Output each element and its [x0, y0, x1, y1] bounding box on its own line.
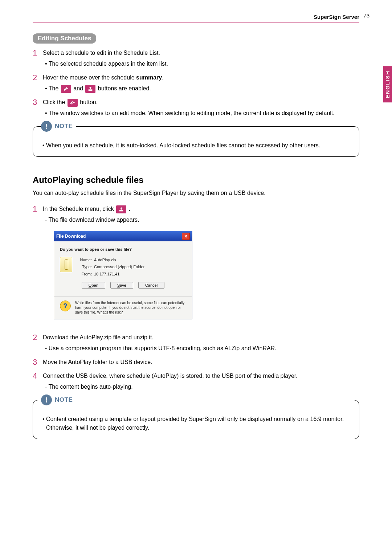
step-text: In the Schedule menu, click . [43, 206, 130, 212]
step-bullet: The and buttons are enabled. [50, 84, 359, 93]
note-label: NOTE [55, 395, 73, 405]
step-text: Download the AutoPlay.zip file and unzip… [43, 334, 154, 340]
step-text: Click the button. [43, 99, 98, 105]
file-details: Name:AutoPlay.zip Type:Compressed (zippe… [77, 257, 144, 277]
section-title-editing: Editing Schedules [33, 33, 96, 44]
step-bullet: The window switches to an edit mode. Whe… [50, 109, 359, 118]
dialog-title: File Download [56, 233, 86, 240]
export-icon [116, 205, 126, 213]
risk-link[interactable]: What's the risk? [97, 310, 123, 314]
step-bullet: The selected schedule appears in the ite… [50, 60, 359, 68]
note-label: NOTE [55, 122, 73, 131]
page-number: 73 [363, 12, 369, 19]
close-icon[interactable]: × [182, 233, 190, 240]
warning-icon: ? [60, 301, 71, 311]
step-number: 3 [33, 98, 41, 107]
step-number: 2 [33, 73, 41, 82]
step-number: 4 [33, 372, 41, 380]
step-dash: Use a compression program that supports … [50, 344, 359, 353]
step-dash: The content begins auto-playing. [50, 383, 359, 391]
dialog-warning-text: While files from the Internet can be use… [75, 301, 186, 315]
step-text: Hover the mouse over the schedule summar… [43, 74, 164, 81]
autoplay-steps: 1 In the Schedule menu, click . The file… [33, 205, 359, 391]
open-button[interactable]: Open [82, 282, 105, 289]
step-number: 1 [33, 49, 41, 57]
editing-steps: 1 Select a schedule to edit in the Sched… [33, 49, 359, 118]
cancel-button[interactable]: Cancel [138, 282, 164, 289]
save-button[interactable]: Save [110, 282, 133, 289]
note-icon: ! [41, 394, 52, 405]
export-icon [85, 85, 95, 93]
page-content: SuperSign Server 73 Editing Schedules 1 … [0, 0, 392, 475]
note-box: ! NOTE When you edit a schedule, it is a… [33, 126, 359, 157]
step-dash: The file download window appears. [50, 216, 359, 224]
svg-rect-0 [89, 89, 93, 91]
edit-icon [61, 85, 71, 93]
zip-file-icon [60, 257, 72, 272]
file-download-dialog: File Download × Do you want to open or s… [54, 231, 192, 319]
section-title-autoplay: AutoPlaying schedule files [33, 175, 359, 185]
note-icon: ! [41, 121, 52, 132]
step-number: 2 [33, 333, 41, 342]
autoplay-intro: You can auto-play schedule files in the … [33, 189, 359, 197]
dialog-question: Do you want to open or save this file? [60, 246, 186, 253]
step-text: Move the AutoPlay folder to a USB device… [43, 359, 152, 365]
note-box: ! NOTE Content created using a template … [33, 400, 359, 439]
step-text: Connect the USB device, where schedule (… [43, 373, 298, 379]
note-text: Content created using a template or layo… [41, 415, 351, 432]
edit-icon [68, 99, 78, 107]
step-number: 1 [33, 205, 41, 213]
step-number: 3 [33, 358, 41, 367]
note-text: When you edit a schedule, it is auto-loc… [41, 141, 351, 150]
header-rule: SuperSign Server 73 [33, 22, 359, 23]
svg-rect-1 [119, 210, 123, 211]
header-title: SuperSign Server [314, 14, 359, 20]
step-text: Select a schedule to edit in the Schedul… [43, 50, 160, 56]
